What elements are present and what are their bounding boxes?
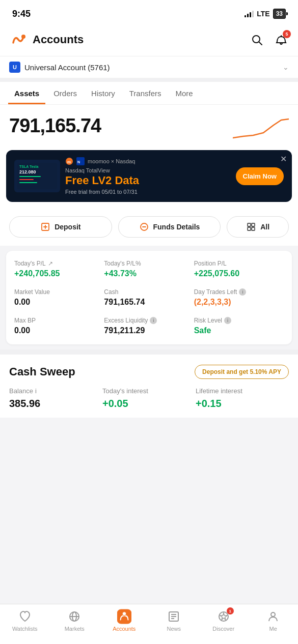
market-value-value: 0.00 <box>14 298 104 307</box>
app-logo-icon <box>9 31 28 49</box>
day-trades-info-icon[interactable]: i <box>239 288 246 296</box>
chevron-down-icon: ⌄ <box>283 63 289 71</box>
section-divider-2 <box>0 349 298 355</box>
tab-assets[interactable]: Assets <box>8 82 45 104</box>
mock-bar <box>19 179 34 180</box>
sweep-lifetime-interest: Lifetime interest +0.15 <box>196 387 289 409</box>
banner-content: m N moomoo × Nasdaq Nasdaq TotalView Fre… <box>65 157 231 195</box>
signal-icon <box>245 10 254 17</box>
banner-title: Free LV2 Data <box>65 174 231 187</box>
banner-close-icon[interactable]: ✕ <box>280 154 287 164</box>
market-value-label: Market Value <box>14 288 50 296</box>
mock-bar <box>19 176 41 177</box>
nav-discover[interactable]: 1 Discover <box>199 609 249 632</box>
today-interest-label: Today's interest <box>102 387 148 395</box>
risk-level-value: Safe <box>194 326 284 335</box>
export-icon: ↗ <box>48 260 53 267</box>
risk-level-info-icon[interactable]: i <box>224 317 231 324</box>
max-bp-value: 0.00 <box>14 326 104 335</box>
stats-grid: Today's P/L ↗ +240,705.85 Today's P/L% +… <box>14 260 284 335</box>
all-icon <box>246 222 256 232</box>
max-bp-label: Max BP <box>14 317 36 324</box>
nav-markets-label: Markets <box>65 626 85 632</box>
stat-market-value: Market Value 0.00 <box>14 288 104 307</box>
nav-accounts[interactable]: Accounts <box>99 609 149 632</box>
cash-value: 791,165.74 <box>104 298 194 307</box>
excess-liquidity-value: 791,211.29 <box>104 326 194 335</box>
main-content: Assets Orders History Transfers More 791… <box>0 82 298 469</box>
svg-point-2 <box>253 36 260 43</box>
nav-me-label: Me <box>269 626 277 632</box>
news-icon <box>167 609 181 624</box>
nav-watchlists[interactable]: Watchlists <box>0 609 50 632</box>
svg-rect-14 <box>248 223 251 226</box>
today-pl-label: Today's P/L <box>14 260 46 267</box>
svg-rect-21 <box>117 609 131 624</box>
nav-news-label: News <box>167 626 181 632</box>
mock-bar <box>19 182 37 183</box>
stats-card: Today's P/L ↗ +240,705.85 Today's P/L% +… <box>6 251 292 344</box>
svg-text:N: N <box>77 160 80 164</box>
tab-orders[interactable]: Orders <box>47 82 83 104</box>
svg-marker-28 <box>220 613 227 620</box>
lifetime-interest-label: Lifetime interest <box>196 387 242 395</box>
deposit-label: Deposit <box>55 223 80 231</box>
stat-cash: Cash 791,165.74 <box>104 288 194 307</box>
network-type: LTE <box>257 10 269 18</box>
bottom-navigation: Watchlists Markets Accounts News 1 Disco… <box>0 604 298 644</box>
heart-icon <box>18 609 32 624</box>
svg-rect-16 <box>248 227 251 230</box>
svg-point-29 <box>271 612 275 617</box>
notifications-button[interactable]: 5 <box>274 32 289 47</box>
cash-sweep-header: Cash Sweep Deposit and get 5.10% APY <box>9 365 289 379</box>
tab-history[interactable]: History <box>85 82 121 104</box>
mock-ticker: TSLA Tesla <box>19 165 55 168</box>
sweep-today-interest: Today's interest +0.05 <box>102 387 196 409</box>
excess-liquidity-info-icon[interactable]: i <box>150 317 157 324</box>
header-actions[interactable]: 5 <box>249 32 289 47</box>
funds-details-label: Funds Details <box>153 223 200 231</box>
search-button[interactable] <box>249 32 264 47</box>
stat-max-bp: Max BP 0.00 <box>14 317 104 335</box>
status-bar: 9:45 LTE 33 <box>0 0 298 25</box>
risk-level-label: Risk Level <box>194 317 222 324</box>
status-time: 9:45 <box>12 9 31 19</box>
deposit-button[interactable]: Deposit <box>9 216 112 238</box>
today-pl-value: +240,705.85 <box>14 269 104 278</box>
claim-button[interactable]: Claim Now <box>236 167 284 185</box>
deposit-apy-button[interactable]: Deposit and get 5.10% APY <box>195 365 289 379</box>
tab-more[interactable]: More <box>170 82 199 104</box>
nav-news[interactable]: News <box>149 609 199 632</box>
position-pl-value: +225,075.60 <box>194 269 284 278</box>
notification-badge: 5 <box>283 30 291 38</box>
nav-discover-label: Discover <box>212 626 234 632</box>
navigation-tabs: Assets Orders History Transfers More <box>0 82 298 105</box>
svg-line-3 <box>259 42 262 45</box>
mock-price: 212.080 <box>19 169 55 174</box>
all-button[interactable]: All <box>227 216 289 238</box>
deposit-icon <box>40 222 50 232</box>
balance-label: Balance <box>9 387 33 395</box>
discover-icon: 1 <box>216 609 231 624</box>
cash-sweep-stats: Balance i 385.96 Today's interest +0.05 … <box>9 387 289 409</box>
day-trades-value: (2,2,3,3,3) <box>194 298 284 307</box>
stat-day-trades: Day Trades Left i (2,2,3,3,3) <box>194 288 284 307</box>
day-trades-label: Day Trades Left <box>194 288 237 296</box>
banner-preview: TSLA Tesla 212.080 <box>14 160 60 192</box>
funds-details-button[interactable]: Funds Details <box>118 216 221 238</box>
account-selector[interactable]: U Universal Account (5761) ⌄ <box>0 56 298 78</box>
discover-badge: 1 <box>227 607 234 614</box>
balance-info-icon[interactable]: i <box>35 387 37 395</box>
nav-watchlists-label: Watchlists <box>12 626 38 632</box>
tab-transfers[interactable]: Transfers <box>123 82 168 104</box>
section-divider <box>0 78 298 82</box>
nav-markets[interactable]: Markets <box>50 609 100 632</box>
globe-icon <box>67 609 82 624</box>
nav-me[interactable]: Me <box>249 609 299 632</box>
balance-amount: 791,165.74 <box>9 115 101 137</box>
funds-icon <box>139 222 149 232</box>
svg-rect-17 <box>252 227 255 230</box>
stat-risk-level: Risk Level i Safe <box>194 317 284 335</box>
today-pl-pct-label: Today's P/L% <box>104 260 141 267</box>
account-name: Universal Account (5761) <box>24 63 279 72</box>
